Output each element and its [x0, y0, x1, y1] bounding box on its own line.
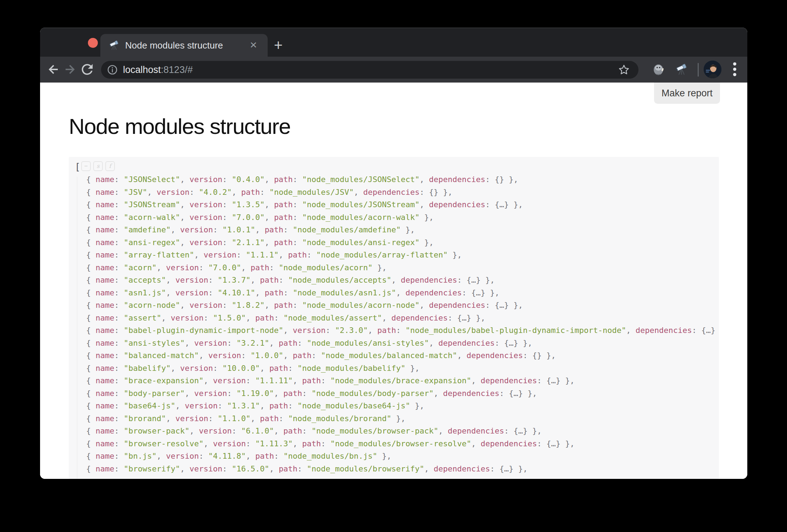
- json-token: {: [86, 376, 96, 385]
- json-key: name: [96, 288, 115, 297]
- json-string-value: "1.1.11": [255, 376, 293, 385]
- json-string-value: "node_modules/browser-resolve": [330, 439, 471, 448]
- browser-tab[interactable]: Node modules structure ×: [100, 34, 268, 57]
- json-token: :: [114, 339, 124, 347]
- json-key: name: [96, 414, 115, 423]
- json-key: version: [213, 376, 246, 385]
- json-key: dependencies: [448, 426, 504, 435]
- filter-button[interactable]: f: [105, 161, 115, 171]
- json-token: :: [269, 263, 279, 272]
- extension-monster-icon[interactable]: [652, 62, 666, 77]
- json-token: :: [114, 389, 124, 398]
- json-key: version: [166, 452, 199, 460]
- extension-telescope-icon[interactable]: [675, 62, 690, 77]
- json-token: :: [293, 238, 302, 247]
- traffic-close-button[interactable]: [88, 38, 98, 48]
- json-token: :: [114, 276, 124, 284]
- json-token: ,: [429, 339, 439, 347]
- json-token: :: [457, 276, 467, 284]
- json-key: path: [274, 213, 293, 222]
- json-token: ,: [246, 452, 255, 460]
- json-key: dependencies: [438, 339, 495, 347]
- dependencies-collapsed-toggle[interactable]: {…}: [513, 426, 528, 435]
- json-token: :: [495, 339, 504, 347]
- json-token: ,: [420, 200, 429, 209]
- json-string-value: "node_modules/acorn": [279, 263, 373, 272]
- json-token: },: [542, 351, 556, 360]
- avatar[interactable]: [704, 61, 721, 78]
- address-bar[interactable]: localhost:8123/#: [101, 61, 638, 79]
- json-string-value: "node_modules/brace-expansion": [330, 376, 471, 385]
- json-string-value: "acorn-walk": [124, 213, 180, 222]
- json-token: :: [283, 225, 293, 234]
- dependencies-collapsed-toggle[interactable]: {…}: [457, 313, 471, 322]
- json-token: :: [222, 238, 232, 247]
- sort-button[interactable]: s: [93, 161, 103, 171]
- json-key: name: [96, 200, 115, 209]
- json-line: { name: "balanced-match", version: "1.0.…: [86, 349, 719, 362]
- json-string-value: "balanced-match": [124, 351, 199, 360]
- json-token: ,: [171, 225, 180, 234]
- json-token: {: [86, 188, 96, 197]
- json-string-value: "node_modules/JSV": [269, 188, 354, 197]
- json-token: :: [114, 464, 124, 473]
- json-token: ,: [232, 188, 241, 197]
- info-icon[interactable]: [107, 64, 118, 75]
- dependencies-collapsed-toggle[interactable]: {…}: [495, 301, 509, 310]
- json-string-value: "10.0.0": [222, 364, 260, 373]
- forward-icon[interactable]: [62, 61, 78, 78]
- dependencies-collapsed-toggle[interactable]: {…}: [509, 389, 523, 398]
- json-key: name: [96, 188, 115, 197]
- dependencies-collapsed-toggle[interactable]: {…}: [546, 376, 560, 385]
- json-key: path: [288, 250, 307, 259]
- dependencies-collapsed-toggle[interactable]: {…}: [499, 464, 514, 473]
- tab-close-icon[interactable]: ×: [246, 38, 261, 52]
- json-key: version: [293, 326, 326, 335]
- json-line: { name: "babel-plugin-dynamic-import-nod…: [86, 324, 719, 337]
- reload-icon[interactable]: [79, 61, 95, 78]
- json-token: ,: [283, 351, 293, 360]
- json-token: :: [114, 313, 124, 322]
- json-string-value: "2.1.1": [232, 238, 265, 247]
- json-token: :: [232, 426, 241, 435]
- json-token: :: [274, 452, 284, 460]
- dependencies-collapsed-toggle[interactable]: {…}: [467, 276, 481, 284]
- json-string-value: "4.11.8": [208, 452, 246, 460]
- new-tab-button[interactable]: +: [270, 38, 286, 53]
- json-line: { name: "acorn-walk", version: "7.0.0", …: [86, 211, 719, 224]
- json-key: version: [194, 389, 227, 398]
- json-string-value: "1.1.1": [246, 250, 279, 259]
- url-text[interactable]: localhost:8123/#: [123, 64, 193, 75]
- url-path: :8123/#: [161, 64, 193, 75]
- back-icon[interactable]: [45, 61, 61, 78]
- json-key: version: [185, 401, 218, 410]
- dependencies-collapsed-toggle[interactable]: {…}: [701, 326, 715, 335]
- json-token: :: [208, 414, 218, 423]
- json-key: version: [180, 364, 213, 373]
- dependencies-collapsed-toggle: {}: [532, 351, 542, 360]
- json-key: dependencies: [429, 200, 485, 209]
- json-key: path: [269, 364, 288, 373]
- json-token: :: [114, 326, 124, 335]
- json-token: :: [114, 288, 124, 297]
- json-token: :: [114, 364, 124, 373]
- page-title: Node modules structure: [69, 114, 290, 139]
- dependencies-collapsed-toggle[interactable]: {…}: [546, 439, 560, 448]
- dependencies-collapsed-toggle[interactable]: {…}: [504, 339, 518, 347]
- make-report-button[interactable]: Make report: [654, 83, 720, 104]
- json-token: ,: [180, 200, 190, 209]
- json-key: path: [255, 313, 274, 322]
- dependencies-collapsed-toggle[interactable]: {…}: [471, 288, 485, 297]
- json-token: {: [86, 250, 96, 259]
- json-string-value: "0.4.0": [232, 175, 265, 184]
- collapse-button[interactable]: −: [81, 161, 91, 171]
- json-key: version: [189, 238, 222, 247]
- json-string-value: "asn1.js": [124, 288, 166, 297]
- json-token: ,: [175, 401, 185, 410]
- star-icon[interactable]: [618, 64, 630, 76]
- dependencies-collapsed-toggle[interactable]: {…}: [495, 200, 509, 209]
- json-token: },: [420, 213, 434, 222]
- menu-dots-icon[interactable]: [727, 61, 743, 78]
- json-string-value: "node_modules/babelify": [297, 364, 406, 373]
- json-token: ,: [626, 326, 636, 335]
